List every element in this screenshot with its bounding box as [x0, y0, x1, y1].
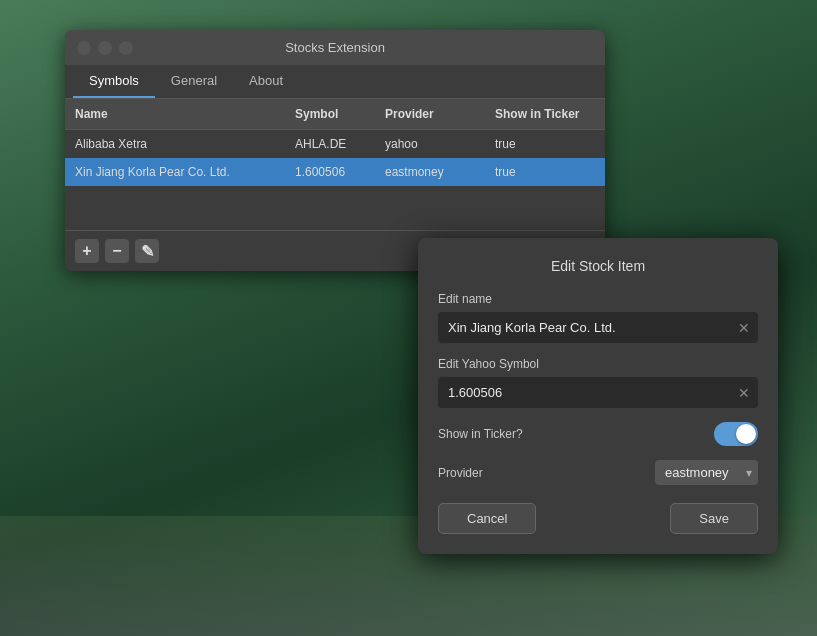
- stocks-window: Stocks Extension Symbols General About N…: [65, 30, 605, 271]
- window-controls: [77, 41, 133, 55]
- tab-bar: Symbols General About: [65, 65, 605, 99]
- provider-select-wrap: yahoo eastmoney morningstar: [655, 460, 758, 485]
- toggle-knob: [736, 424, 756, 444]
- edit-name-label: Edit name: [438, 292, 758, 306]
- table-body: Alibaba Xetra AHLA.DE yahoo true Xin Jia…: [65, 130, 605, 230]
- maximize-button[interactable]: [119, 41, 133, 55]
- minimize-button[interactable]: [98, 41, 112, 55]
- clear-name-button[interactable]: ✕: [734, 318, 754, 338]
- tab-symbols[interactable]: Symbols: [73, 65, 155, 98]
- provider-select[interactable]: yahoo eastmoney morningstar: [655, 460, 758, 485]
- col-header-provider: Provider: [375, 99, 485, 129]
- edit-name-field-row: ✕: [438, 312, 758, 343]
- col-header-name: Name: [65, 99, 285, 129]
- add-button[interactable]: +: [75, 239, 99, 263]
- close-button[interactable]: [77, 41, 91, 55]
- window-title: Stocks Extension: [285, 40, 385, 55]
- provider-row: Provider yahoo eastmoney morningstar: [438, 460, 758, 485]
- cell-ticker-0: true: [485, 130, 605, 158]
- cell-provider-1: eastmoney: [375, 158, 485, 186]
- cell-symbol-0: AHLA.DE: [285, 130, 375, 158]
- show-in-ticker-label: Show in Ticker?: [438, 427, 523, 441]
- tab-general[interactable]: General: [155, 65, 233, 98]
- col-header-show-in-ticker: Show in Ticker: [485, 99, 605, 129]
- dialog-buttons: Cancel Save: [438, 503, 758, 534]
- edit-symbol-input[interactable]: [442, 379, 734, 406]
- cell-name-1: Xin Jiang Korla Pear Co. Ltd.: [65, 158, 285, 186]
- tab-about[interactable]: About: [233, 65, 299, 98]
- save-button[interactable]: Save: [670, 503, 758, 534]
- titlebar: Stocks Extension: [65, 30, 605, 65]
- cell-symbol-1: 1.600506: [285, 158, 375, 186]
- show-in-ticker-toggle[interactable]: [714, 422, 758, 446]
- remove-button[interactable]: −: [105, 239, 129, 263]
- table-row[interactable]: Xin Jiang Korla Pear Co. Ltd. 1.600506 e…: [65, 158, 605, 186]
- clear-symbol-button[interactable]: ✕: [734, 383, 754, 403]
- edit-symbol-field-row: ✕: [438, 377, 758, 408]
- cancel-button[interactable]: Cancel: [438, 503, 536, 534]
- provider-label: Provider: [438, 466, 483, 480]
- table-header: Name Symbol Provider Show in Ticker: [65, 99, 605, 130]
- edit-button[interactable]: ✎: [135, 239, 159, 263]
- edit-symbol-label: Edit Yahoo Symbol: [438, 357, 758, 371]
- cell-provider-0: yahoo: [375, 130, 485, 158]
- stocks-table: Name Symbol Provider Show in Ticker Alib…: [65, 99, 605, 230]
- edit-dialog: Edit Stock Item Edit name ✕ Edit Yahoo S…: [418, 238, 778, 554]
- table-row[interactable]: Alibaba Xetra AHLA.DE yahoo true: [65, 130, 605, 158]
- edit-name-input[interactable]: [442, 314, 734, 341]
- cell-ticker-1: true: [485, 158, 605, 186]
- show-in-ticker-row: Show in Ticker?: [438, 422, 758, 446]
- cell-name-0: Alibaba Xetra: [65, 130, 285, 158]
- dialog-title: Edit Stock Item: [438, 258, 758, 274]
- col-header-symbol: Symbol: [285, 99, 375, 129]
